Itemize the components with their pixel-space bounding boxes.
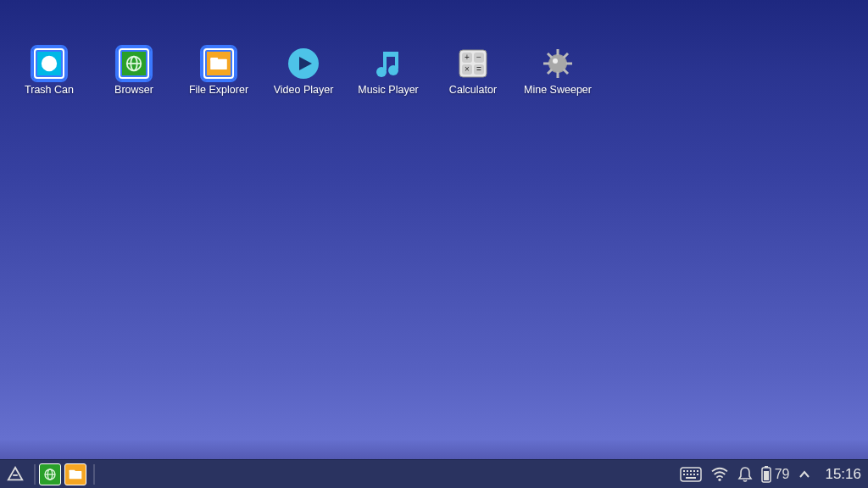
browser-icon <box>117 47 151 80</box>
desktop-icon-browser[interactable]: Browser <box>92 47 176 96</box>
svg-marker-29 <box>8 467 23 480</box>
svg-point-10 <box>376 67 387 77</box>
battery-tray[interactable]: 79 <box>761 466 790 483</box>
calculator-icon: + − × = <box>456 47 490 80</box>
browser-icon <box>43 468 57 481</box>
desktop-icon-trash-can[interactable]: Trash Can <box>7 47 92 96</box>
music-icon <box>371 47 405 80</box>
taskbar-divider <box>93 464 95 485</box>
svg-rect-46 <box>697 474 698 475</box>
svg-rect-41 <box>697 470 698 472</box>
svg-rect-37 <box>683 470 685 472</box>
svg-rect-44 <box>690 474 692 475</box>
svg-rect-43 <box>687 474 688 475</box>
battery-icon <box>761 466 771 483</box>
desktop-icon-label: Video Player <box>274 84 334 96</box>
desktop-icon-label: File Explorer <box>189 84 248 96</box>
start-button[interactable] <box>3 462 28 487</box>
svg-rect-40 <box>693 470 695 472</box>
desktop-icon-label: Music Player <box>358 84 419 96</box>
svg-rect-34 <box>70 471 82 479</box>
desktop-icon-file-explorer[interactable]: File Explorer <box>176 47 261 96</box>
desktop-icon-mine-sweeper[interactable]: Mine Sweeper <box>515 47 600 96</box>
svg-rect-47 <box>686 477 696 479</box>
taskbar-divider <box>34 464 36 485</box>
tray-expand-icon[interactable] <box>798 468 811 481</box>
folder-icon <box>202 47 236 80</box>
svg-rect-38 <box>687 470 688 472</box>
notifications-tray-icon[interactable] <box>737 466 753 483</box>
keyboard-tray-icon[interactable] <box>680 467 702 482</box>
trash-icon <box>32 47 66 80</box>
svg-text:×: × <box>465 64 470 74</box>
svg-point-28 <box>553 58 558 64</box>
wifi-tray-icon[interactable] <box>710 467 729 482</box>
desktop-icon-label: Mine Sweeper <box>524 84 592 96</box>
svg-rect-4 <box>210 58 218 61</box>
svg-rect-45 <box>693 474 695 475</box>
svg-rect-42 <box>683 474 685 475</box>
start-logo-icon <box>6 465 25 484</box>
folder-icon <box>69 469 82 480</box>
battery-level-text: 79 <box>775 467 790 482</box>
desktop[interactable]: Trash Can Browser File Explorer Video Pl <box>0 0 868 459</box>
desktop-icon-calculator[interactable]: + − × = Calculator <box>431 47 515 96</box>
desktop-icon-video-player[interactable]: Video Player <box>261 47 346 96</box>
svg-rect-51 <box>764 471 769 480</box>
taskbar: 79 15:16 <box>0 459 868 488</box>
clock[interactable]: 15:16 <box>825 466 861 483</box>
desktop-icon-label: Trash Can <box>25 84 74 96</box>
taskbar-pin-browser[interactable] <box>39 463 61 485</box>
svg-text:=: = <box>476 64 481 74</box>
svg-rect-35 <box>70 469 75 472</box>
svg-text:−: − <box>476 53 481 62</box>
svg-text:+: + <box>465 53 470 62</box>
svg-rect-39 <box>690 470 692 472</box>
desktop-icon-label: Calculator <box>449 84 497 96</box>
svg-point-48 <box>718 478 721 480</box>
system-tray: 79 15:16 <box>680 460 868 488</box>
svg-point-11 <box>388 65 398 75</box>
svg-rect-3 <box>210 59 227 69</box>
desktop-icon-label: Browser <box>114 84 153 96</box>
taskbar-pin-file-explorer[interactable] <box>64 463 86 485</box>
video-icon <box>287 47 320 80</box>
desktop-icon-music-player[interactable]: Music Player <box>346 47 431 96</box>
mine-icon <box>541 47 575 80</box>
svg-point-27 <box>549 55 566 72</box>
